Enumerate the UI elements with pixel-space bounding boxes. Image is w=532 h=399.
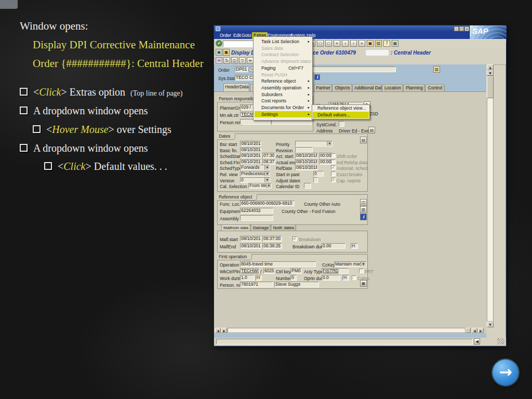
filter-icon[interactable]: ▽ <box>239 57 246 64</box>
combo-arrow-icon[interactable]: ▼ <box>327 141 332 146</box>
display-icon[interactable]: ◉ <box>216 49 222 56</box>
combo-arrow-icon[interactable]: ▼ <box>266 183 271 188</box>
malfstart-date-field[interactable]: 08/10/2018 <box>240 236 261 242</box>
dates-mid-time-actual-end[interactable]: 00:00 <box>319 159 332 165</box>
scroll-left-icon[interactable]: ◀ <box>215 328 221 333</box>
menu-item-reference-object[interactable]: Reference object▸ <box>255 78 311 84</box>
menu-item-paging[interactable]: PagingCtrl+F7 <box>255 65 311 71</box>
menu-item-documents-for-order[interactable]: Documents for Order▸ <box>255 104 311 111</box>
scroll-up-icon[interactable]: ▲ <box>487 64 494 70</box>
personname-field[interactable]: Steve Suggs <box>274 282 319 287</box>
scroll-right-icon[interactable]: ▶ <box>478 328 484 333</box>
plant-field[interactable]: 6029 <box>263 268 274 274</box>
dates-mid-field-act-start[interactable]: 08/10/2018 <box>295 153 318 158</box>
folder-icon[interactable]: ▨ <box>433 66 440 73</box>
customize-icon[interactable]: ▦ <box>392 40 398 47</box>
ref-row-field-equipment[interactable]: 62264032 <box>240 208 273 214</box>
comp-checkbox[interactable] <box>352 275 356 280</box>
prt-checkbox[interactable] <box>359 269 364 273</box>
create-shortcut-icon[interactable]: ▨ <box>375 40 382 47</box>
combo-arrow-icon[interactable]: ▼ <box>264 171 270 176</box>
order-type-field[interactable]: DP01 <box>235 66 248 72</box>
menu-item-advance-shipment-status[interactable]: Advance shipment status <box>255 58 311 64</box>
dates-field-schedtype[interactable]: Forwards▼ <box>240 165 270 170</box>
checkbox-ind-relshp-data[interactable] <box>331 159 336 164</box>
tab-partner[interactable]: Partner <box>314 84 332 91</box>
dates-field-basic-fin[interactable]: 08/10/2018 <box>240 147 261 153</box>
next-slide-button[interactable]: → <box>493 360 518 385</box>
scroll-left-icon[interactable]: ◀ <box>472 328 477 333</box>
last-page-icon[interactable]: » <box>358 40 365 47</box>
malfend-time-field[interactable]: 06:38:25 <box>262 243 282 249</box>
minimize-icon[interactable]: ‒ <box>454 26 459 31</box>
dates-mid-field-revision[interactable] <box>295 147 313 153</box>
maximize-icon[interactable]: □ <box>459 26 464 31</box>
number-field[interactable]: 0 <box>290 275 297 281</box>
horizontal-scroll-thumb[interactable] <box>466 328 471 333</box>
workdurtn-unit-field[interactable]: H <box>256 275 262 281</box>
address-icon[interactable]: ▤ <box>368 127 375 134</box>
vertical-scroll-thumb[interactable] <box>487 76 494 98</box>
tab-planning[interactable]: Planning <box>404 84 425 91</box>
oprtn-unit-field[interactable]: H <box>342 275 349 281</box>
submenu-item-reference-object-view[interactable]: Reference object view... <box>313 105 369 112</box>
checkbox-exact-breaks[interactable] <box>331 171 336 176</box>
tab-damage[interactable]: Damage <box>251 224 271 231</box>
find-icon[interactable]: ○ <box>317 40 324 47</box>
menu-item-contract-selection[interactable]: Contract Selection <box>255 51 311 58</box>
scroll-down-icon[interactable]: ▼ <box>487 322 494 327</box>
personno-field[interactable]: 7801971 <box>240 282 273 287</box>
wkctr-field[interactable]: TECHWORK <box>240 268 259 274</box>
enter-icon[interactable]: ✔ <box>216 40 222 47</box>
combo-arrow-icon[interactable]: ▼ <box>264 178 270 182</box>
next-page-icon[interactable]: › <box>350 40 357 47</box>
tab-headerdata[interactable]: HeaderData <box>223 83 249 91</box>
dates-mid-field-adjust-dates[interactable] <box>313 177 318 183</box>
dates-time-schedstart[interactable]: 07:30 <box>262 153 275 158</box>
object-icon[interactable]: ▣ <box>223 49 230 56</box>
checkbox-shift-order[interactable] <box>331 153 336 158</box>
workdurtn-field[interactable]: 1.0 <box>240 275 255 281</box>
dates-field-version[interactable]: 0▼ <box>240 177 270 183</box>
new-session-icon[interactable]: ▣ <box>367 40 374 47</box>
menu-item-task-list-selection[interactable]: Task List Selection▸ <box>255 38 311 45</box>
dates-mid-field-refdate[interactable]: 08/10/2018 <box>295 165 318 170</box>
dates-field-cal-selection[interactable]: From Wor..▼ <box>248 183 272 189</box>
dates-time-sched-fin[interactable]: 08:37 <box>262 159 275 165</box>
ctrlkey-field[interactable]: PM01 <box>290 268 302 274</box>
tab-objects[interactable]: Objects <box>332 84 352 91</box>
dates-mid-time-act-start[interactable]: 00:00 <box>319 153 332 158</box>
refresh-order-icon[interactable]: ↻ <box>223 57 230 64</box>
breakdown-dur-field[interactable]: 0.00 <box>322 243 345 249</box>
tab-additional-data[interactable]: Additional Data <box>353 84 382 91</box>
vertical-scrollbar[interactable]: ▲ ▼ ▼ <box>487 64 494 327</box>
info-icon[interactable]: i <box>314 74 320 80</box>
malfstart-time-field[interactable]: 06:37:00 <box>262 236 282 242</box>
dates-mid-field-calendar-id[interactable] <box>304 183 311 189</box>
dates-field-rel-view[interactable]: Predecessor▼ <box>240 171 270 177</box>
oprtn-field[interactable]: 0.0 <box>322 275 340 281</box>
structure-list-icon[interactable]: ◫ <box>231 57 238 64</box>
dates-mid-field-priority[interactable]: ▼ <box>295 141 332 147</box>
tab-notif-dates[interactable]: Notif. dates <box>271 224 296 231</box>
tab-location[interactable]: Location <box>382 84 403 91</box>
cckey-field[interactable]: Maintain manually▼ <box>334 261 366 267</box>
scroll-down-icon[interactable]: ▼ <box>487 70 494 76</box>
breakdown-unit-field[interactable]: H <box>351 243 358 249</box>
calculator-icon[interactable]: ▦ <box>360 280 367 287</box>
menu-item-cost-reports[interactable]: Cost reports▸ <box>255 98 311 104</box>
combo-arrow-icon[interactable]: ▼ <box>264 165 270 170</box>
systcond-field[interactable] <box>339 121 344 127</box>
structure-icon[interactable]: ◫ <box>360 199 367 206</box>
first-page-icon[interactable]: « <box>334 40 340 47</box>
malfend-date-field[interactable]: 08/10/2018 <box>240 243 261 249</box>
menu-item-reset-push[interactable]: Reset PUSH <box>255 72 311 78</box>
dates-mid-field-actual-end[interactable]: 08/10/2018 <box>295 159 318 165</box>
resize-grip[interactable] <box>497 338 504 344</box>
ref-row-field-assembly[interactable] <box>240 215 273 221</box>
data-origin-icon[interactable]: ▥ <box>360 206 367 213</box>
ref-row-field-func-loc[interactable]: 660-006800-006029-6810 <box>240 201 295 206</box>
glasses-icon[interactable]: ∞ <box>216 57 222 64</box>
previous-page-icon[interactable]: ‹ <box>342 40 349 47</box>
breakdown-checkbox[interactable]: ✓ <box>292 236 297 241</box>
